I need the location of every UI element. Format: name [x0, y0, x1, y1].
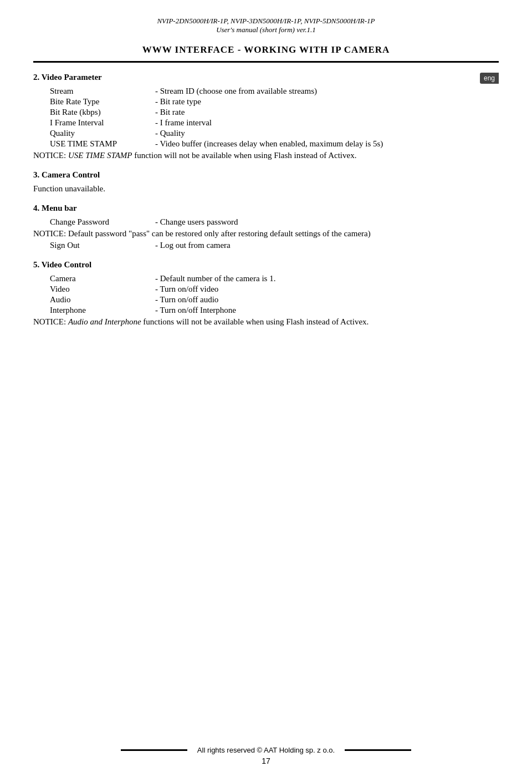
- section5-title: 5. Video Control: [33, 260, 499, 270]
- param-desc-camera: - Default number of the camera is 1.: [155, 274, 499, 283]
- param-name-iframe: I Frame Interval: [33, 118, 155, 128]
- param-name-video: Video: [33, 285, 155, 294]
- main-heading: WWW INTERFACE - WORKING WITH IP CAMERA: [33, 44, 499, 55]
- param-name-biterate: Bite Rate Type: [33, 97, 155, 106]
- param-row-bitrate: Bit Rate (kbps) - Bit rate: [33, 108, 499, 117]
- param-desc-video: - Turn on/off video: [155, 285, 499, 294]
- param-desc-stream: - Stream ID (choose one from available s…: [155, 87, 499, 96]
- section2-notice-text: NOTICE: USE TIME STAMP function will not…: [33, 151, 356, 160]
- param-desc-timestamp: - Video buffer (increases delay when ena…: [155, 139, 499, 149]
- param-row-stream: Stream - Stream ID (choose one from avai…: [33, 87, 499, 96]
- section3: 3. Camera Control Function unavailable.: [33, 170, 499, 194]
- section5-params: Camera - Default number of the camera is…: [33, 274, 499, 315]
- footer-line-container: All rights reserved © AAT Holding sp. z …: [0, 746, 532, 754]
- param-row-camera: Camera - Default number of the camera is…: [33, 274, 499, 283]
- param-desc-audio: - Turn on/off audio: [155, 295, 499, 304]
- param-name-change-password: Change Password: [33, 217, 155, 227]
- section5: 5. Video Control Camera - Default number…: [33, 260, 499, 327]
- footer-line-right: [345, 749, 411, 751]
- footer: All rights reserved © AAT Holding sp. z …: [0, 746, 532, 765]
- section5-notice: NOTICE: Audio and Interphone functions w…: [33, 317, 499, 327]
- param-row-signout: Sign Out - Log out from camera: [33, 241, 499, 250]
- param-row-video: Video - Turn on/off video: [33, 285, 499, 294]
- footer-line-left: [121, 749, 187, 751]
- param-name-audio: Audio: [33, 295, 155, 304]
- param-name-stream: Stream: [33, 87, 155, 96]
- section4-title: 4. Menu bar: [33, 204, 499, 213]
- param-row-change-password: Change Password - Change users password: [33, 217, 499, 227]
- section4-params2: Sign Out - Log out from camera: [33, 241, 499, 250]
- page-number: 17: [0, 756, 532, 765]
- param-row-timestamp: USE TIME STAMP - Video buffer (increases…: [33, 139, 499, 149]
- header-line1: NVIP-2DN5000H/IR-1P, NVIP-3DN5000H/IR-1P…: [33, 17, 499, 26]
- section4-notice: NOTICE: Default password "pass" can be r…: [33, 229, 499, 238]
- section4-params: Change Password - Change users password: [33, 217, 499, 227]
- param-row-iframe: I Frame Interval - I frame interval: [33, 118, 499, 128]
- main-divider: [33, 61, 499, 63]
- param-row-quality: Quality - Quality: [33, 129, 499, 138]
- param-desc-change-password: - Change users password: [155, 217, 499, 227]
- section2-title: 2. Video Parameter: [33, 73, 499, 82]
- header: NVIP-2DN5000H/IR-1P, NVIP-3DN5000H/IR-1P…: [33, 17, 499, 34]
- param-desc-signout: - Log out from camera: [155, 241, 499, 250]
- param-name-timestamp: USE TIME STAMP: [33, 139, 155, 149]
- section3-text: Function unavailable.: [33, 184, 499, 194]
- param-name-signout: Sign Out: [33, 241, 155, 250]
- footer-copyright: All rights reserved © AAT Holding sp. z …: [197, 746, 335, 754]
- param-name-camera: Camera: [33, 274, 155, 283]
- param-desc-interphone: - Turn on/off Interphone: [155, 306, 499, 315]
- section2: 2. Video Parameter Stream - Stream ID (c…: [33, 73, 499, 160]
- param-row-audio: Audio - Turn on/off audio: [33, 295, 499, 304]
- param-desc-iframe: - I frame interval: [155, 118, 499, 128]
- section5-notice-italic: Audio and Interphone: [68, 317, 141, 326]
- section2-notice-italic: USE TIME STAMP: [68, 151, 132, 160]
- section4: 4. Menu bar Change Password - Change use…: [33, 204, 499, 250]
- param-name-bitrate: Bit Rate (kbps): [33, 108, 155, 117]
- section2-notice: NOTICE: USE TIME STAMP function will not…: [33, 151, 499, 160]
- param-desc-biterate: - Bit rate type: [155, 97, 499, 106]
- param-name-quality: Quality: [33, 129, 155, 138]
- page: NVIP-2DN5000H/IR-1P, NVIP-3DN5000H/IR-1P…: [0, 0, 532, 782]
- param-row-biterate: Bite Rate Type - Bit rate type: [33, 97, 499, 106]
- param-desc-bitrate: - Bit rate: [155, 108, 499, 117]
- param-row-interphone: Interphone - Turn on/off Interphone: [33, 306, 499, 315]
- section3-title: 3. Camera Control: [33, 170, 499, 180]
- param-name-interphone: Interphone: [33, 306, 155, 315]
- param-desc-quality: - Quality: [155, 129, 499, 138]
- header-line2: User's manual (short form) ver.1.1: [33, 26, 499, 34]
- section2-params: Stream - Stream ID (choose one from avai…: [33, 87, 499, 149]
